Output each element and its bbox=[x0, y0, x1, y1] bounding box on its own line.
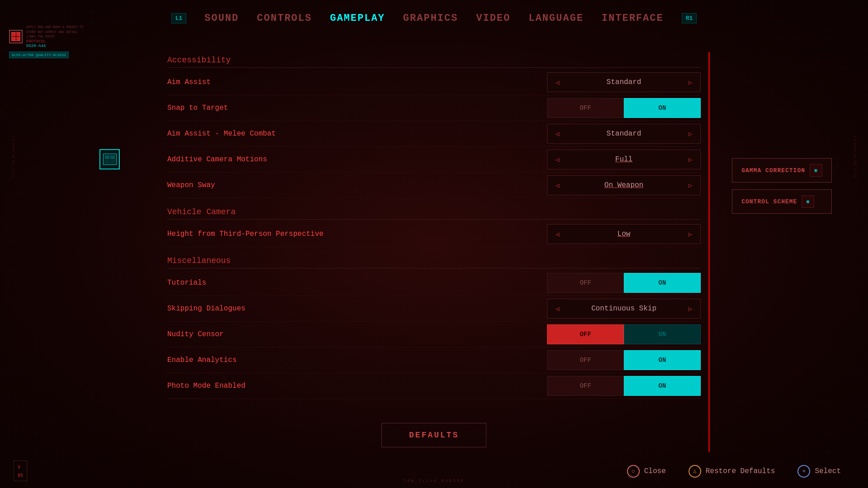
snap-to-target-control[interactable]: OFF ON bbox=[547, 98, 701, 118]
left-side-bar: 2-3-87375 01 381-17-51 bbox=[11, 136, 15, 177]
bottom-actions-bar: ○ Close △ Restore Defaults ✕ Select bbox=[0, 454, 868, 488]
aim-assist-right-arrow[interactable] bbox=[680, 72, 700, 92]
restore-defaults-icon: △ bbox=[689, 465, 701, 478]
close-action[interactable]: ○ Close bbox=[627, 465, 666, 478]
aim-assist-melee-label: Aim Assist - Melee Combat bbox=[167, 130, 547, 138]
enable-analytics-row: Enable Analytics OFF ON bbox=[167, 347, 701, 373]
right-panel: GAMMA CORRECTION ▣ CONTROL SCHEME ▣ bbox=[732, 158, 832, 214]
additive-camera-value: Full bbox=[567, 155, 680, 164]
tutorials-off[interactable]: OFF bbox=[547, 273, 624, 293]
gamma-icon: ▣ bbox=[810, 164, 822, 177]
left-deco-box-inner bbox=[103, 154, 117, 165]
select-icon: ✕ bbox=[797, 465, 810, 478]
snap-to-target-off[interactable]: OFF bbox=[547, 98, 624, 118]
enable-analytics-label: Enable Analytics bbox=[167, 356, 547, 364]
skipping-dialogues-control[interactable]: Continuous Skip bbox=[547, 299, 701, 319]
snap-to-target-label: Snap to Target bbox=[167, 104, 547, 112]
nav-graphics[interactable]: GRAPHICS bbox=[403, 13, 458, 24]
nav-video[interactable]: VIDEO bbox=[476, 13, 510, 24]
additive-camera-control[interactable]: Full bbox=[547, 150, 701, 169]
tutorials-on[interactable]: ON bbox=[624, 273, 701, 293]
control-scheme-label: CONTROL SCHEME bbox=[741, 198, 797, 205]
aim-assist-row: Aim Assist Standard bbox=[167, 70, 701, 95]
tutorials-row: Tutorials OFF ON bbox=[167, 270, 701, 296]
enable-analytics-control[interactable]: OFF ON bbox=[547, 350, 701, 370]
skipping-dialogues-right-arrow[interactable] bbox=[680, 299, 700, 319]
miscellaneous-header: Miscellaneous bbox=[167, 253, 701, 268]
aim-assist-melee-right-arrow[interactable] bbox=[680, 124, 700, 144]
photo-mode-control[interactable]: OFF ON bbox=[547, 376, 701, 396]
height-third-person-control[interactable]: Low bbox=[547, 224, 701, 244]
accessibility-header: Accessibility bbox=[167, 52, 701, 68]
weapon-sway-left-arrow[interactable] bbox=[547, 175, 567, 195]
weapon-sway-right-arrow[interactable] bbox=[680, 175, 700, 195]
additive-camera-right-arrow[interactable] bbox=[680, 150, 700, 169]
height-third-person-right-arrow[interactable] bbox=[680, 224, 700, 244]
additive-camera-label: Additive Camera Motions bbox=[167, 155, 547, 164]
protocol-label: PROTOCOL bbox=[26, 39, 83, 44]
nav-left-btn[interactable]: L1 bbox=[171, 13, 187, 23]
settings-panel: Accessibility Aim Assist Standard Snap t… bbox=[167, 52, 701, 452]
additive-camera-row: Additive Camera Motions Full bbox=[167, 147, 701, 173]
select-action[interactable]: ✕ Select bbox=[797, 465, 841, 478]
restore-defaults-action[interactable]: △ Restore Defaults bbox=[689, 465, 775, 478]
height-third-person-label: Height from Third-Person Perspective bbox=[167, 230, 547, 238]
close-label: Close bbox=[644, 467, 666, 475]
control-scheme-button[interactable]: CONTROL SCHEME ▣ bbox=[732, 189, 832, 214]
aim-assist-melee-control[interactable]: Standard bbox=[547, 124, 701, 144]
version-v-letter: V bbox=[18, 465, 20, 470]
close-icon: ○ bbox=[627, 465, 640, 478]
aim-assist-left-arrow[interactable] bbox=[547, 72, 567, 92]
snap-to-target-on[interactable]: ON bbox=[624, 98, 701, 118]
vehicle-camera-header: Vehicle Camera bbox=[167, 204, 701, 220]
tutorials-control[interactable]: OFF ON bbox=[547, 273, 701, 293]
nav-right-btn[interactable]: R1 bbox=[682, 13, 697, 23]
additive-camera-left-arrow[interactable] bbox=[547, 150, 567, 169]
nudity-censor-on[interactable]: ON bbox=[624, 324, 701, 344]
weapon-sway-value: On Weapon bbox=[567, 181, 680, 189]
height-third-person-value: Low bbox=[567, 230, 680, 238]
top-navigation: L1 SOUND CONTROLS GAMEPLAY GRAPHICS VIDE… bbox=[0, 0, 868, 36]
height-third-person-row: Height from Third-Person Perspective Low bbox=[167, 221, 701, 247]
photo-mode-off[interactable]: OFF bbox=[547, 376, 624, 396]
aim-assist-melee-value: Standard bbox=[567, 130, 680, 138]
nav-controls[interactable]: CONTROLS bbox=[257, 13, 312, 24]
defaults-button[interactable]: DEFAULTS bbox=[382, 423, 486, 447]
right-side-bar: 1-4-87375 01 381-17-52 bbox=[853, 136, 857, 177]
gamma-correction-label: GAMMA CORRECTION bbox=[741, 167, 805, 174]
snap-to-target-row: Snap to Target OFF ON bbox=[167, 95, 701, 121]
weapon-sway-row: Weapon Sway On Weapon bbox=[167, 173, 701, 198]
tutorials-label: Tutorials bbox=[167, 279, 547, 287]
photo-mode-row: Photo Mode Enabled OFF ON bbox=[167, 373, 701, 399]
skipping-dialogues-row: Skipping Dialogues Continuous Skip bbox=[167, 296, 701, 322]
control-scheme-icon: ▣ bbox=[802, 195, 814, 208]
dlss-highlight: DLSS-ULTRA QUALITY-DLSS32 bbox=[9, 52, 69, 58]
height-third-person-left-arrow[interactable] bbox=[547, 224, 567, 244]
nav-language[interactable]: LANGUAGE bbox=[528, 13, 584, 24]
version-number: 85 bbox=[18, 473, 23, 478]
nav-sound[interactable]: SOUND bbox=[204, 13, 239, 24]
nav-gameplay[interactable]: GAMEPLAY bbox=[330, 13, 385, 24]
aim-assist-melee-left-arrow[interactable] bbox=[547, 124, 567, 144]
restore-defaults-label: Restore Defaults bbox=[706, 467, 775, 475]
skipping-dialogues-label: Skipping Dialogues bbox=[167, 305, 547, 313]
enable-analytics-on[interactable]: ON bbox=[624, 350, 701, 370]
left-deco-box bbox=[99, 149, 120, 169]
enable-analytics-off[interactable]: OFF bbox=[547, 350, 624, 370]
nav-interface[interactable]: INTERFACE bbox=[602, 13, 664, 24]
aim-assist-control[interactable]: Standard bbox=[547, 72, 701, 92]
photo-mode-on[interactable]: ON bbox=[624, 376, 701, 396]
aim-assist-value: Standard bbox=[567, 78, 680, 86]
weapon-sway-label: Weapon Sway bbox=[167, 181, 547, 189]
nudity-censor-off[interactable]: OFF bbox=[547, 324, 624, 344]
aim-assist-melee-row: Aim Assist - Melee Combat Standard bbox=[167, 121, 701, 147]
gamma-correction-button[interactable]: GAMMA CORRECTION ▣ bbox=[732, 158, 832, 183]
weapon-sway-control[interactable]: On Weapon bbox=[547, 175, 701, 195]
version-badge: V 85 bbox=[14, 460, 27, 481]
nudity-censor-row: Nudity Censor OFF ON bbox=[167, 322, 701, 347]
skipping-dialogues-left-arrow[interactable] bbox=[547, 299, 567, 319]
aim-assist-label: Aim Assist bbox=[167, 78, 547, 86]
nudity-censor-label: Nudity Censor bbox=[167, 330, 547, 338]
select-label: Select bbox=[815, 467, 841, 475]
nudity-censor-control[interactable]: OFF ON bbox=[547, 324, 701, 344]
